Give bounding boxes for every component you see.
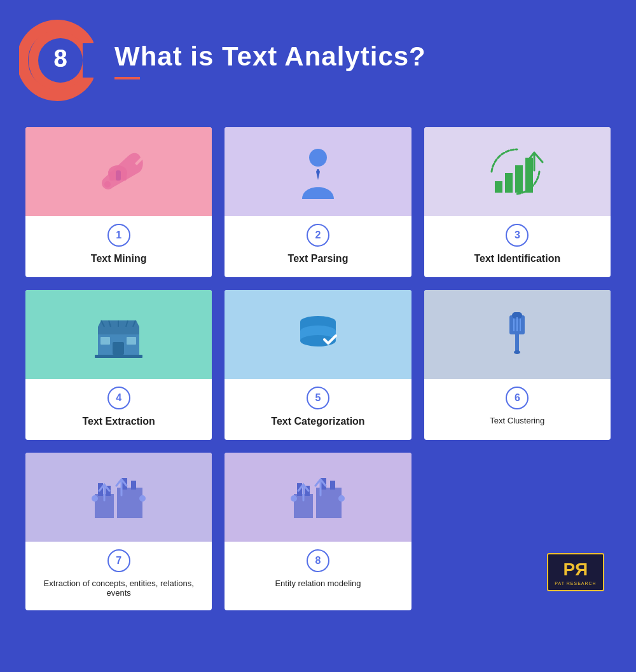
card-6-image — [424, 290, 611, 379]
svg-rect-13 — [515, 165, 523, 193]
svg-rect-8 — [116, 170, 121, 181]
card-4: 4 Text Extraction — [25, 290, 212, 440]
card-7: 7 Extraction of concepts, entities, rela… — [25, 453, 212, 610]
card-7-image — [25, 453, 212, 542]
card-1-label: Text Mining — [85, 253, 153, 264]
pat-logo-p: P — [563, 559, 576, 580]
svg-rect-51 — [330, 481, 335, 490]
card-2-image — [225, 127, 411, 216]
card-7-label: Extraction of concepts, entities, relati… — [25, 579, 212, 598]
logo-c-icon: 8 8 — [19, 19, 102, 102]
svg-rect-19 — [127, 337, 136, 345]
card-5: 5 Text Categorization — [225, 290, 411, 440]
card-8-image — [225, 453, 411, 542]
svg-rect-17 — [113, 342, 124, 355]
card-1: 1 Text Mining — [25, 127, 212, 277]
card-8: 8 Entity relation modeling — [225, 453, 411, 610]
text-identification-icon — [488, 146, 546, 197]
text-clustering-icon — [498, 309, 536, 360]
svg-rect-3 — [83, 43, 102, 78]
svg-point-34 — [514, 350, 520, 354]
card-8-number: 8 — [307, 549, 329, 572]
svg-point-45 — [139, 495, 146, 502]
svg-text:8: 8 — [53, 45, 67, 72]
pat-research-badge: P R PAT RESEARCH — [547, 553, 604, 591]
text-mining-icon — [93, 146, 144, 197]
entity-relation-icon — [291, 472, 345, 523]
svg-rect-25 — [95, 355, 142, 358]
svg-rect-43 — [131, 481, 136, 490]
card-6: 6 Text Clustering — [424, 290, 611, 440]
page-wrapper: 8 8 What is Text Analytics? — [0, 0, 636, 623]
svg-rect-15 — [98, 327, 139, 334]
svg-rect-12 — [505, 173, 513, 193]
svg-point-53 — [338, 495, 345, 502]
title-underline — [114, 77, 140, 79]
svg-rect-33 — [515, 334, 519, 352]
card-7-number: 7 — [107, 549, 130, 572]
card-3: 3 Text Identification — [424, 127, 611, 277]
header: 8 8 What is Text Analytics? — [0, 0, 636, 108]
card-4-image — [25, 290, 212, 379]
pat-research-text: PAT RESEARCH — [555, 581, 596, 586]
svg-point-5 — [104, 181, 111, 188]
text-parsing-icon — [293, 145, 343, 199]
svg-rect-11 — [495, 181, 502, 193]
bottom-row: 7 Extraction of concepts, entities, rela… — [0, 453, 636, 623]
cards-grid: 1 Text Mining 2 Text Parsing — [0, 114, 636, 453]
page-title: What is Text Analytics? — [114, 41, 426, 72]
card-8-label: Entity relation modeling — [268, 579, 367, 588]
card-1-number: 1 — [107, 224, 130, 247]
svg-point-52 — [291, 495, 297, 502]
card-4-number: 4 — [107, 387, 130, 409]
svg-rect-9 — [122, 172, 127, 181]
svg-rect-18 — [100, 337, 110, 345]
card-3-label: Text Identification — [467, 253, 567, 264]
pat-logo-r: R — [575, 559, 588, 580]
card-6-label: Text Clustering — [483, 416, 551, 425]
card-2-number: 2 — [307, 224, 329, 247]
card-1-image — [25, 127, 212, 216]
card-2: 2 Text Parsing — [225, 127, 411, 277]
card-4-label: Text Extraction — [76, 416, 161, 427]
card-5-image — [225, 290, 411, 379]
concepts-icon — [92, 472, 146, 523]
text-extraction-icon — [92, 309, 146, 360]
card-5-number: 5 — [307, 387, 329, 409]
svg-rect-7 — [109, 172, 114, 181]
card-2-label: Text Parsing — [282, 253, 355, 264]
card-5-label: Text Categorization — [265, 416, 371, 427]
text-categorization-icon — [293, 309, 343, 360]
card-3-image — [424, 127, 611, 216]
card-3-number: 3 — [506, 224, 529, 247]
title-area: What is Text Analytics? — [114, 41, 426, 79]
branding-cell: P R PAT RESEARCH — [424, 453, 611, 610]
svg-point-44 — [92, 495, 98, 502]
svg-point-10 — [309, 149, 327, 167]
card-6-number: 6 — [506, 387, 529, 409]
logo-container: 8 8 — [19, 19, 102, 102]
